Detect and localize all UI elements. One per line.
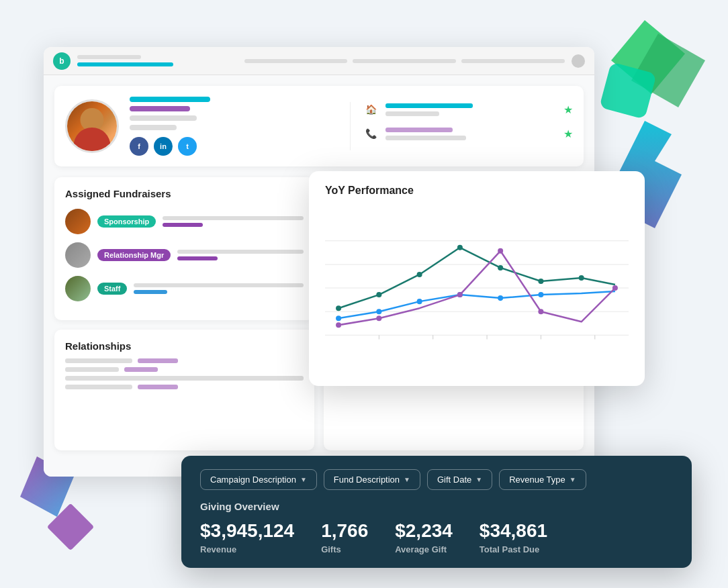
giving-overview-card: Campaign Description ▼ Fund Description … [181, 456, 692, 568]
svg-point-29 [612, 285, 618, 291]
fundraiser-avatar-2 [65, 242, 91, 268]
gifts-label: Gifts [321, 544, 368, 554]
fundraiser-item-2: Relationship Mgr [65, 242, 304, 268]
giving-overview-title: Giving Overview [200, 501, 673, 512]
total-past-due-label: Total Past Due [480, 544, 547, 554]
fundraiser-avatar-3 [65, 276, 91, 301]
address-line2 [385, 111, 439, 116]
nav-line-1 [244, 59, 348, 63]
fund-description-filter[interactable]: Fund Description ▼ [324, 469, 420, 490]
profile-card: f in t 🏠 ★ [54, 86, 584, 166]
phone-line1 [385, 128, 453, 132]
app-logo: b [53, 52, 71, 70]
sponsorship-badge: Sponsorship [97, 215, 156, 228]
home-icon: 🏠 [364, 102, 379, 117]
svg-marker-0 [611, 20, 685, 94]
svg-point-24 [336, 322, 341, 328]
fundraiser-lines-1 [163, 216, 304, 227]
svg-point-11 [336, 305, 341, 311]
address-star: ★ [563, 103, 573, 116]
svg-point-19 [376, 309, 381, 314]
average-gift-label: Average Gift [395, 544, 453, 554]
gifts-value: 1,766 [321, 520, 368, 542]
browser-action-circle[interactable] [572, 54, 585, 68]
profile-role-line [130, 106, 190, 111]
revenue-type-filter[interactable]: Revenue Type ▼ [499, 469, 586, 490]
svg-point-14 [457, 245, 463, 250]
revenue-stat: $3,945,124 Revenue [200, 520, 294, 554]
fund-description-chevron: ▼ [404, 476, 410, 483]
facebook-icon[interactable]: f [130, 137, 148, 156]
fundraiser-lines-3 [134, 283, 304, 294]
profile-name-lines [130, 97, 339, 130]
chart-title: YoY Performance [325, 185, 629, 197]
svg-point-16 [538, 279, 543, 284]
revenue-label: Revenue [200, 544, 294, 554]
campaign-description-chevron: ▼ [300, 476, 307, 483]
svg-point-15 [498, 265, 503, 271]
svg-point-17 [579, 275, 584, 281]
svg-marker-1 [631, 34, 705, 107]
svg-point-18 [336, 315, 341, 321]
browser-bar: b [44, 47, 594, 75]
relationship-mgr-badge: Relationship Mgr [97, 249, 171, 261]
svg-point-27 [498, 248, 503, 254]
profile-name-line [130, 97, 210, 102]
svg-point-20 [417, 299, 422, 304]
bar-line-2 [77, 62, 173, 66]
revenue-value: $3,945,124 [200, 520, 294, 542]
avatar [65, 99, 119, 153]
phone-star: ★ [563, 128, 573, 140]
twitter-icon[interactable]: t [178, 137, 197, 156]
relationships-lines [65, 358, 304, 389]
linkedin-icon[interactable]: in [154, 137, 173, 156]
revenue-type-chevron: ▼ [570, 476, 576, 483]
svg-point-28 [538, 309, 543, 314]
campaign-description-filter[interactable]: Campaign Description ▼ [200, 469, 317, 490]
gift-date-filter[interactable]: Gift Date ▼ [427, 469, 492, 490]
phone-lines [385, 128, 557, 140]
gifts-stat: 1,766 Gifts [321, 520, 368, 554]
browser-url-area [77, 55, 238, 66]
filter-row: Campaign Description ▼ Fund Description … [200, 469, 673, 490]
svg-rect-5 [47, 503, 95, 551]
address-lines [385, 103, 557, 116]
profile-contact: 🏠 ★ 📞 ★ [350, 102, 574, 150]
svg-point-12 [376, 292, 381, 297]
average-gift-stat: $2,234 Average Gift [395, 520, 453, 554]
svg-point-26 [457, 292, 463, 297]
yoy-chart-svg [325, 207, 629, 355]
nav-line-2 [353, 59, 456, 63]
bar-line-1 [77, 55, 141, 59]
avatar-body [74, 128, 111, 151]
staff-badge: Staff [97, 283, 127, 295]
svg-point-23 [538, 292, 543, 297]
fundraiser-item-3: Staff [65, 276, 304, 301]
fundraiser-lines-2 [177, 250, 304, 260]
phone-icon: 📞 [364, 126, 379, 141]
phone-line2 [385, 136, 466, 140]
assigned-fundraisers-title: Assigned Fundraisers [65, 188, 304, 199]
profile-detail-line2 [130, 125, 177, 130]
contact-row-address: 🏠 ★ [364, 102, 574, 117]
contact-row-phone: 📞 ★ [364, 126, 574, 141]
yoy-performance-card: YoY Performance [309, 171, 645, 386]
stats-row: $3,945,124 Revenue 1,766 Gifts $2,234 Av… [200, 520, 673, 554]
assigned-fundraisers-card: Assigned Fundraisers Sponsorship Relatio… [54, 177, 314, 320]
relationships-card: Relationships [54, 330, 314, 450]
profile-info: f in t [130, 97, 339, 156]
gift-date-chevron: ▼ [475, 476, 482, 483]
svg-point-25 [376, 315, 381, 321]
average-gift-value: $2,234 [395, 520, 453, 542]
fundraiser-avatar-1 [65, 209, 91, 234]
total-past-due-value: $34,861 [480, 520, 547, 542]
fundraiser-item-1: Sponsorship [65, 209, 304, 234]
relationships-title: Relationships [65, 340, 304, 352]
social-icons: f in t [130, 137, 339, 156]
profile-detail-line [130, 115, 197, 121]
address-line1 [385, 103, 473, 108]
svg-rect-2 [599, 62, 657, 119]
svg-point-13 [417, 272, 422, 277]
svg-point-22 [498, 295, 503, 301]
nav-line-3 [461, 59, 565, 63]
